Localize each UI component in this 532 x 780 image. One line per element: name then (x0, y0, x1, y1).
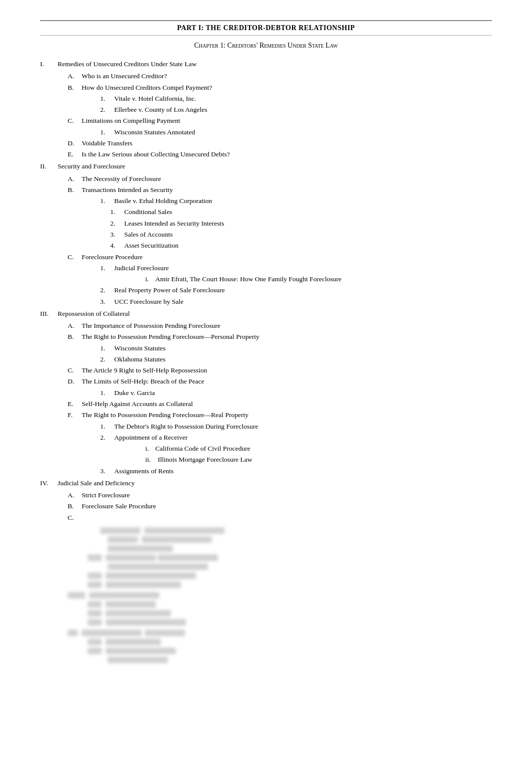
toc-section-I-C: C. Limitations on Compelling Payment (68, 115, 492, 126)
toc-section-III-F: F. The Right to Possession Pending Forec… (68, 410, 492, 421)
toc-section-III-B-1: 1. Wisconsin Statutes (100, 343, 492, 354)
section-II-B-1-3-text: Sales of Accounts (124, 229, 173, 240)
section-I-B-1-num: 1. (100, 93, 114, 104)
toc-section-II: II. Security and Foreclosure (40, 161, 492, 172)
section-III-B-num: B. (68, 331, 82, 342)
toc-section-III-D-1: 1. Duke v. Garcia (100, 387, 492, 399)
toc-section-III-F-2-i: i. California Code of Civil Procedure (145, 443, 492, 454)
toc-section-IV-B: B. Foreclosure Sale Procedure (68, 501, 492, 512)
toc-section-III-C: C. The Article 9 Right to Self-Help Repo… (68, 365, 492, 376)
section-II-B-1-2-num: 2. (110, 218, 124, 229)
section-II-C-num: C. (68, 252, 82, 263)
toc-section-I-A: A. Who is an Unsecured Creditor? (68, 71, 492, 82)
section-I-C-1-num: 1. (100, 127, 114, 138)
toc-section-III-F-2-ii: ii. Illinois Mortgage Foreclosure Law (145, 454, 492, 465)
toc-section-II-B-1: 1. Basile v. Erhal Holding Corporation (100, 196, 492, 207)
toc-section-I-C-1: 1. Wisconsin Statutes Annotated (100, 127, 492, 138)
section-II-B-1-1-text: Conditional Sales (124, 207, 172, 218)
section-IV-text: Judicial Sale and Deficiency (58, 478, 135, 489)
toc-section-II-B: B. Transactions Intended as Security (68, 184, 492, 196)
section-III-F-2-ii-text: Illinois Mortgage Foreclosure Law (158, 454, 252, 465)
section-II-B-text: Transactions Intended as Security (82, 184, 173, 196)
section-III-E-text: Self-Help Against Accounts as Collateral (82, 399, 193, 410)
section-II-C-1-i-num: i. (145, 274, 155, 285)
section-I-A-num: A. (68, 71, 82, 82)
section-II-num: II. (40, 161, 58, 172)
section-III-F-num: F. (68, 410, 82, 421)
section-III-A-text: The Importance of Possession Pending For… (82, 320, 220, 331)
toc-section-I: I. Remedies of Unsecured Creditors Under… (40, 59, 492, 70)
section-II-C-text: Foreclosure Procedure (82, 252, 143, 263)
section-II-C-1-i-text: Amir Efrati, The Court House: How One Fa… (155, 274, 342, 285)
section-I-text: Remedies of Unsecured Creditors Under St… (58, 59, 196, 70)
toc-section-III: III. Repossession of Collateral (40, 308, 492, 319)
section-II-text: Security and Foreclosure (58, 161, 125, 172)
toc-section-II-A: A. The Necessity of Foreclosure (68, 173, 492, 184)
section-II-C-1-num: 1. (100, 263, 114, 274)
section-I-B-text: How do Unsecured Creditors Compel Paymen… (82, 82, 212, 93)
section-I-D-num: D. (68, 138, 82, 149)
toc-section-II-B-1-3: 3. Sales of Accounts (110, 229, 492, 240)
toc-section-III-B-2: 2. Oklahoma Statutes (100, 354, 492, 365)
section-III-B-1-num: 1. (100, 343, 114, 354)
section-II-B-1-1-num: 1. (110, 207, 124, 218)
section-II-C-2-text: Real Property Power of Sale Foreclosure (114, 285, 225, 296)
section-III-E-num: E. (68, 399, 82, 410)
toc-section-II-C-1: 1. Judicial Foreclosure (100, 263, 492, 274)
toc-section-II-B-1-2: 2. Leases Intended as Security Interests (110, 218, 492, 229)
section-III-D-text: The Limits of Self-Help: Breach of the P… (82, 376, 204, 387)
section-II-A-num: A. (68, 173, 82, 184)
section-I-C-text: Limitations on Compelling Payment (82, 115, 180, 126)
section-III-F-2-i-text: California Code of Civil Procedure (155, 443, 250, 454)
section-III-F-1-num: 1. (100, 421, 114, 432)
section-I-C-num: C. (68, 115, 82, 126)
section-III-B-2-text: Oklahoma Statutes (114, 354, 165, 365)
section-IV-A-num: A. (68, 490, 82, 501)
section-II-B-1-4-num: 4. (110, 240, 124, 251)
chapter-header: Chapter 1: Creditors' Remedies Under Sta… (40, 42, 492, 50)
section-III-F-2-ii-num: ii. (145, 454, 158, 465)
toc-section-II-B-1-4: 4. Asset Securitization (110, 240, 492, 251)
section-II-C-1-text: Judicial Foreclosure (114, 263, 169, 274)
section-III-F-2-i-num: i. (145, 443, 155, 454)
section-III-F-2-num: 2. (100, 432, 114, 443)
section-I-B-1-text: Vitale v. Hotel California, Inc. (114, 93, 196, 104)
toc-section-III-F-3: 3. Assignments of Rents (100, 466, 492, 477)
section-III-F-1-text: The Debtor's Right to Possession During … (114, 421, 258, 432)
toc-section-I-E: E. Is the Law Serious about Collecting U… (68, 149, 492, 160)
toc-section-II-C-2: 2. Real Property Power of Sale Foreclosu… (100, 285, 492, 296)
section-II-B-num: B. (68, 184, 82, 196)
section-III-D-1-text: Duke v. Garcia (114, 387, 155, 399)
section-IV-num: IV. (40, 478, 58, 489)
toc-section-I-B: B. How do Unsecured Creditors Compel Pay… (68, 82, 492, 93)
section-III-D-1-num: 1. (100, 387, 114, 399)
section-I-C-1-text: Wisconsin Statutes Annotated (114, 127, 195, 138)
toc-section-II-C-3: 3. UCC Foreclosure by Sale (100, 296, 492, 307)
toc-section-II-C-1-i: i. Amir Efrati, The Court House: How One… (145, 274, 492, 285)
toc-section-III-F-2: 2. Appointment of a Receiver (100, 432, 492, 443)
toc-section-IV: IV. Judicial Sale and Deficiency (40, 478, 492, 489)
toc-section-IV-C: C. (68, 512, 492, 523)
section-III-B-1-text: Wisconsin Statutes (114, 343, 166, 354)
toc-section-III-F-1: 1. The Debtor's Right to Possession Duri… (100, 421, 492, 432)
section-III-A-num: A. (68, 320, 82, 331)
toc-section-III-B: B. The Right to Possession Pending Forec… (68, 331, 492, 342)
section-I-D-text: Voidable Transfers (82, 138, 132, 149)
section-IV-B-text: Foreclosure Sale Procedure (82, 501, 156, 512)
section-II-C-3-text: UCC Foreclosure by Sale (114, 296, 183, 307)
page: Part I: The Creditor-Debtor Relationship… (0, 0, 532, 780)
section-III-text: Repossession of Collateral (58, 308, 130, 319)
section-III-F-3-num: 3. (100, 466, 114, 477)
toc-section-II-C: C. Foreclosure Procedure (68, 252, 492, 263)
section-III-num: III. (40, 308, 58, 319)
toc-section-III-E: E. Self-Help Against Accounts as Collate… (68, 399, 492, 410)
section-IV-A-text: Strict Foreclosure (82, 490, 130, 501)
section-IV-C-num: C. (68, 512, 82, 523)
section-III-D-num: D. (68, 376, 82, 387)
section-I-A-text: Who is an Unsecured Creditor? (82, 71, 167, 82)
section-II-B-1-3-num: 3. (110, 229, 124, 240)
toc-section-I-B-2: 2. Ellerbee v. County of Los Angeles (100, 104, 492, 115)
toc-section-I-B-1: 1. Vitale v. Hotel California, Inc. (100, 93, 492, 104)
section-II-C-3-num: 3. (100, 296, 114, 307)
section-I-B-2-text: Ellerbee v. County of Los Angeles (114, 104, 207, 115)
